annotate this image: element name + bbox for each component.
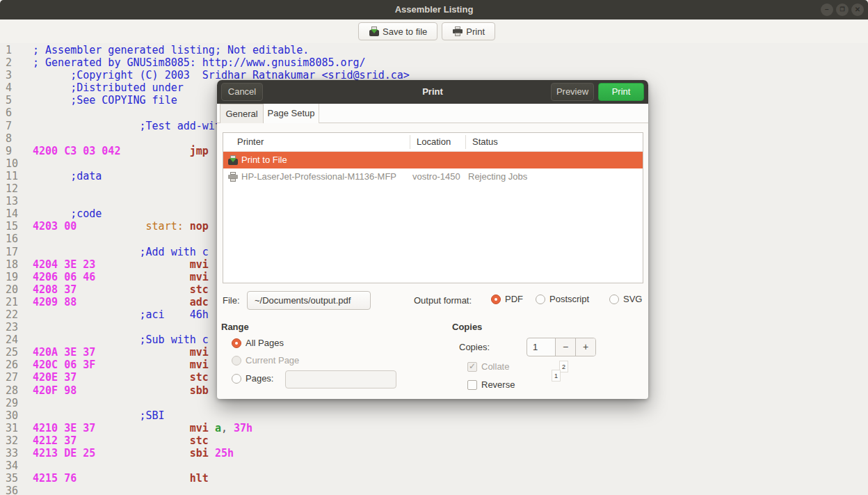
copies-increment-button[interactable]: + [575, 338, 595, 356]
save-icon [369, 26, 380, 37]
minimize-icon[interactable]: − [821, 3, 833, 16]
line-number: 10 [0, 157, 33, 170]
maximize-icon[interactable]: ❐ [836, 3, 849, 16]
print-confirm-button[interactable]: Print [598, 83, 644, 101]
line-number: 24 [0, 333, 33, 346]
print-dialog-tabs: General Page Setup [217, 104, 648, 123]
line-number: 30 [0, 409, 33, 422]
reverse-option[interactable]: Reverse [467, 379, 515, 390]
line-number: 1 [0, 44, 33, 56]
reverse-checkbox[interactable] [467, 380, 477, 390]
close-icon[interactable]: ✕ [851, 3, 864, 16]
line-number: 20 [0, 283, 33, 296]
line-number: 33 [0, 447, 33, 459]
printer-list: Printer Location Status Print to FileHP-… [223, 132, 643, 283]
tab-page-setup[interactable]: Page Setup [264, 104, 319, 123]
listing-line: 30 ;SBI [0, 409, 868, 422]
print-dialog: Cancel Print Preview Print General Page … [217, 80, 648, 399]
range-heading: Range [221, 322, 249, 332]
tab-general[interactable]: General [220, 104, 264, 123]
range-option-all-pages[interactable]: All Pages [232, 338, 284, 348]
format-option-pdf[interactable]: PDF [491, 294, 523, 304]
line-number: 15 [0, 220, 33, 233]
printer-list-header: Printer Location Status [223, 133, 643, 152]
listing-line: 324212 37 stc [0, 434, 868, 447]
line-number: 31 [0, 422, 33, 434]
copies-spinbox: 1 − + [527, 338, 596, 356]
line-number: 8 [0, 132, 33, 145]
line-number: 28 [0, 384, 33, 397]
printer-icon [452, 26, 463, 37]
line-number: 13 [0, 195, 33, 207]
copies-heading: Copies [452, 322, 482, 332]
window-titlebar: Assembler Listing − ❐ ✕ [0, 0, 868, 19]
printer-row[interactable]: HP-LaserJet-Professional-M1136-MFPvostro… [223, 168, 643, 185]
print-dialog-titlebar: Cancel Print Preview Print [217, 80, 648, 104]
radio-icon[interactable] [491, 294, 501, 304]
printer-location: vostro-1450 [412, 168, 460, 185]
listing-line: 1; Assembler generated listing; Not edit… [0, 44, 868, 56]
radio-icon [232, 356, 241, 366]
listing-line: 334213 DE 25 sbi 25h [0, 447, 868, 459]
line-number: 34 [0, 459, 33, 472]
copies-decrement-button[interactable]: − [555, 338, 575, 356]
copies-label: Copies: [459, 342, 490, 352]
column-header-location[interactable]: Location [417, 133, 451, 151]
printer-name: Print to File [241, 152, 287, 168]
line-number: 29 [0, 397, 33, 409]
line-number: 5 [0, 94, 33, 107]
line-number: 22 [0, 308, 33, 321]
collate-label: Collate [481, 361, 509, 372]
listing-line: 34 [0, 459, 868, 472]
line-number: 27 [0, 371, 33, 384]
printer-status: Rejecting Jobs [468, 168, 527, 185]
collate-option: Collate [467, 361, 509, 372]
radio-icon[interactable] [609, 294, 619, 304]
line-number: 26 [0, 359, 33, 371]
range-option-current-page: Current Page [232, 355, 299, 366]
line-number: 16 [0, 233, 33, 245]
file-destination-button[interactable]: ~/Documents/output.pdf [247, 291, 371, 310]
line-number: 36 [0, 485, 33, 495]
printer-row[interactable]: Print to File [223, 152, 643, 168]
line-number: 25 [0, 346, 33, 359]
column-header-printer[interactable]: Printer [237, 133, 264, 151]
line-number: 21 [0, 296, 33, 308]
line-number: 18 [0, 258, 33, 271]
range-option-pages[interactable]: Pages: [232, 373, 273, 384]
line-number: 17 [0, 246, 33, 258]
listing-line: 314210 3E 37 mvi a, 37h [0, 422, 868, 434]
copies-value[interactable]: 1 [527, 338, 555, 356]
line-number: 7 [0, 120, 33, 132]
radio-icon[interactable] [232, 374, 241, 384]
line-number: 9 [0, 145, 33, 157]
radio-icon[interactable] [536, 294, 545, 304]
desktop: { "window": { "title": "Assembler Listin… [0, 0, 868, 495]
line-number: 2 [0, 56, 33, 69]
line-number: 19 [0, 271, 33, 283]
listing-line: 2; Generated by GNUSim8085: http://www.g… [0, 56, 868, 69]
radio-icon[interactable] [232, 338, 241, 348]
print-button[interactable]: Print [442, 22, 495, 40]
preview-button[interactable]: Preview [551, 83, 594, 101]
line-number: 3 [0, 69, 33, 81]
line-number: 4 [0, 81, 33, 94]
collate-checkbox [467, 362, 477, 372]
output-format-label: Output format: [414, 295, 472, 306]
line-number: 12 [0, 182, 33, 195]
line-number: 23 [0, 321, 33, 333]
pages-input [285, 370, 396, 388]
column-header-status[interactable]: Status [472, 133, 498, 151]
line-number: 6 [0, 107, 33, 119]
line-number: 32 [0, 434, 33, 447]
printer-name: HP-LaserJet-Professional-M1136-MFP [241, 168, 396, 185]
format-option-postscript[interactable]: Postscript [536, 294, 589, 304]
format-option-svg[interactable]: SVG [609, 294, 642, 304]
window-controls: − ❐ ✕ [821, 3, 864, 16]
reverse-label: Reverse [481, 379, 515, 390]
line-number: 11 [0, 170, 33, 182]
window-title: Assembler Listing [0, 0, 868, 19]
line-number: 14 [0, 207, 33, 220]
file-label: File: [223, 295, 240, 306]
save-to-file-button[interactable]: Save to file [358, 22, 437, 40]
